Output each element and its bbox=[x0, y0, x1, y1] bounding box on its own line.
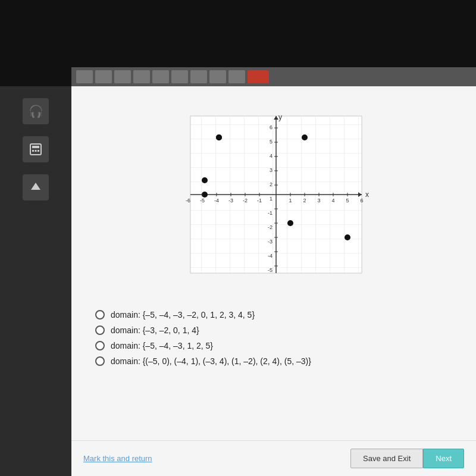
toolbar-btn-3[interactable] bbox=[114, 70, 131, 83]
svg-rect-1 bbox=[32, 146, 39, 148]
svg-rect-4 bbox=[37, 150, 39, 152]
point-2-4 bbox=[302, 134, 308, 140]
choice-item-4[interactable]: domain: {(–5, 0), (–4, 1), (–3, 4), (1, … bbox=[95, 356, 452, 366]
svg-rect-0 bbox=[30, 144, 41, 155]
save-exit-button[interactable]: Save and Exit bbox=[350, 449, 423, 468]
svg-text:-1: -1 bbox=[257, 198, 262, 203]
svg-text:y: y bbox=[278, 113, 282, 121]
choice-label-4: domain: {(–5, 0), (–4, 1), (–3, 4), (1, … bbox=[111, 356, 311, 366]
main-content: x y -6 -5 -4 -3 -2 -1 1 2 3 4 5 6 bbox=[71, 86, 476, 476]
svg-text:3: 3 bbox=[270, 167, 273, 173]
toolbar-btn-2[interactable] bbox=[95, 70, 112, 83]
choice-item-1[interactable]: domain: {–5, –4, –3, –2, 0, 1, 2, 3, 4, … bbox=[95, 310, 452, 320]
svg-text:-4: -4 bbox=[214, 198, 219, 203]
svg-text:3: 3 bbox=[317, 198, 320, 203]
mark-return-link[interactable]: Mark this and return bbox=[83, 454, 152, 463]
point-neg4-4-dup bbox=[216, 134, 222, 140]
toolbar-btn-4[interactable] bbox=[133, 70, 150, 83]
choice-label-2: domain: {–3, –2, 0, 1, 4} bbox=[111, 325, 199, 335]
svg-text:2: 2 bbox=[303, 198, 306, 203]
svg-text:-3: -3 bbox=[268, 239, 273, 245]
svg-text:-2: -2 bbox=[268, 224, 273, 230]
svg-text:-4: -4 bbox=[268, 253, 273, 259]
svg-text:-6: -6 bbox=[186, 198, 190, 203]
radio-2[interactable] bbox=[95, 325, 105, 335]
bottom-bar: Mark this and return Save and Exit Next bbox=[71, 440, 476, 476]
choice-label-3: domain: {–5, –4, –3, 1, 2, 5} bbox=[111, 341, 213, 350]
graph-container: x y -6 -5 -4 -3 -2 -1 1 2 3 4 5 6 bbox=[89, 98, 458, 300]
svg-rect-3 bbox=[35, 150, 37, 152]
svg-text:-5: -5 bbox=[268, 267, 273, 273]
svg-text:5: 5 bbox=[346, 198, 349, 203]
svg-marker-5 bbox=[31, 183, 40, 190]
radio-4[interactable] bbox=[95, 356, 105, 366]
toolbar-btn-8[interactable] bbox=[209, 70, 226, 83]
toolbar-btn-red[interactable] bbox=[248, 70, 269, 83]
radio-1[interactable] bbox=[95, 310, 105, 320]
toolbar-btn-7[interactable] bbox=[190, 70, 207, 83]
bottom-buttons: Save and Exit Next bbox=[350, 449, 464, 468]
svg-text:-2: -2 bbox=[243, 198, 248, 203]
toolbar-btn-1[interactable] bbox=[76, 70, 93, 83]
point-5-neg3 bbox=[345, 234, 350, 240]
point-neg5-1 bbox=[202, 177, 208, 183]
svg-text:4: 4 bbox=[270, 153, 273, 159]
svg-text:5: 5 bbox=[270, 139, 273, 145]
svg-text:x: x bbox=[365, 190, 369, 199]
coordinate-graph: x y -6 -5 -4 -3 -2 -1 1 2 3 4 5 6 bbox=[173, 104, 375, 295]
toolbar bbox=[71, 67, 476, 86]
left-sidebar: 🎧 bbox=[0, 86, 71, 476]
svg-text:2: 2 bbox=[270, 181, 273, 187]
top-bar bbox=[0, 0, 476, 86]
choice-label-1: domain: {–5, –4, –3, –2, 0, 1, 2, 3, 4, … bbox=[111, 310, 255, 320]
toolbar-btn-5[interactable] bbox=[152, 70, 169, 83]
svg-text:1: 1 bbox=[289, 198, 292, 203]
next-button[interactable]: Next bbox=[423, 449, 464, 468]
svg-text:-5: -5 bbox=[200, 198, 205, 203]
svg-text:1: 1 bbox=[270, 196, 273, 202]
svg-text:-1: -1 bbox=[268, 210, 273, 216]
answer-choices: domain: {–5, –4, –3, –2, 0, 1, 2, 3, 4, … bbox=[89, 310, 458, 366]
point-1-neg2 bbox=[287, 220, 293, 226]
up-arrow-icon[interactable] bbox=[23, 174, 49, 201]
choice-item-2[interactable]: domain: {–3, –2, 0, 1, 4} bbox=[95, 325, 452, 335]
svg-text:-3: -3 bbox=[228, 198, 233, 203]
calculator-icon[interactable] bbox=[23, 136, 49, 162]
toolbar-btn-9[interactable] bbox=[228, 70, 245, 83]
toolbar-btn-6[interactable] bbox=[171, 70, 188, 83]
choice-item-3[interactable]: domain: {–5, –4, –3, 1, 2, 5} bbox=[95, 341, 452, 350]
headphones-icon[interactable]: 🎧 bbox=[23, 98, 49, 124]
svg-text:6: 6 bbox=[360, 198, 363, 203]
graph-wrapper: x y -6 -5 -4 -3 -2 -1 1 2 3 4 5 6 bbox=[173, 104, 375, 295]
svg-rect-2 bbox=[32, 150, 34, 152]
svg-text:4: 4 bbox=[331, 198, 334, 203]
svg-text:6: 6 bbox=[270, 124, 273, 130]
radio-3[interactable] bbox=[95, 341, 105, 350]
